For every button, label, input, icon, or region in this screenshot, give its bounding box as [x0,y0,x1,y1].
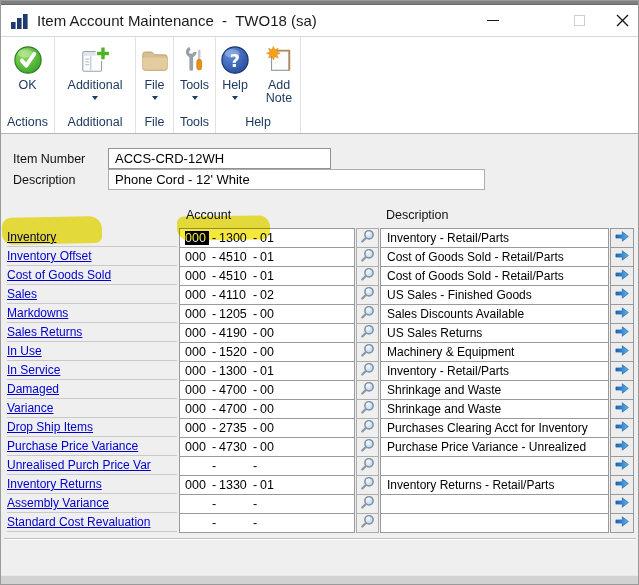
account-lookup-button[interactable] [356,494,379,514]
toolbar-group-label-actions: Actions [7,113,48,133]
ok-button-label: OK [18,79,36,92]
window-bottom-strip [1,575,638,585]
account-separator: - [250,440,260,454]
goto-account-button[interactable] [610,418,634,438]
account-lookup-button[interactable] [356,513,379,533]
account-lookup-button[interactable] [356,437,379,457]
row-link-cost-of-goods-sold[interactable]: Cost of Goods Sold [7,268,111,282]
account-lookup-button[interactable] [356,361,379,381]
account-lookup-button[interactable] [356,228,379,248]
row-link-purchase-price-variance[interactable]: Purchase Price Variance [7,439,138,453]
account-field[interactable]: 000-1520-00 [179,342,355,362]
account-description-cell [380,494,609,514]
row-link-in-service[interactable]: In Service [7,363,60,377]
goto-arrow-icon [614,267,630,286]
goto-account-button[interactable] [610,285,634,305]
account-field[interactable]: 000-4700-00 [179,380,355,400]
ok-button[interactable]: OK [9,44,47,92]
goto-account-button[interactable] [610,437,634,457]
bottom-divider [4,538,636,540]
account-separator: - [209,288,219,302]
row-link-assembly-variance[interactable]: Assembly Variance [7,496,109,510]
goto-account-button[interactable] [610,247,634,267]
maximize-button[interactable] [565,5,593,36]
add-note-button[interactable]: Add Note [258,44,300,105]
account-lookup-button[interactable] [356,418,379,438]
table-row: Damaged000-4700-00Shrinkage and Waste [1,380,639,399]
account-field[interactable]: -- [179,494,355,514]
help-button[interactable]: ?Help [216,44,254,103]
account-segment-1: 000 [185,421,209,435]
account-separator: - [209,440,219,454]
account-description-cell: Sales Discounts Available [380,304,609,324]
row-link-in-use[interactable]: In Use [7,344,42,358]
goto-account-button[interactable] [610,475,634,495]
goto-account-button[interactable] [610,380,634,400]
account-lookup-button[interactable] [356,304,379,324]
account-field[interactable]: -- [179,456,355,476]
account-lookup-button[interactable] [356,380,379,400]
row-link-sales[interactable]: Sales [7,287,37,301]
row-link-inventory-returns[interactable]: Inventory Returns [7,477,102,491]
goto-account-button[interactable] [610,513,634,533]
row-link-inventory[interactable]: Inventory [7,230,56,244]
tools-icon [179,44,211,76]
account-field[interactable]: 000-4510-01 [179,247,355,267]
row-link-unrealised-purch-price-var[interactable]: Unrealised Purch Price Var [7,458,151,472]
goto-account-button[interactable] [610,342,634,362]
additional-button[interactable]: Additional [65,44,126,103]
account-separator: - [209,478,219,492]
account-lookup-button[interactable] [356,342,379,362]
toolbar-group-actions: OKActions [1,37,55,133]
account-lookup-button[interactable] [356,247,379,267]
minimize-button[interactable] [479,5,507,36]
account-field[interactable]: 000-4510-01 [179,266,355,286]
account-field[interactable]: 000-4700-00 [179,399,355,419]
account-field[interactable]: -- [179,513,355,533]
goto-account-button[interactable] [610,304,634,324]
goto-account-button[interactable] [610,266,634,286]
goto-account-button[interactable] [610,228,634,248]
account-lookup-button[interactable] [356,285,379,305]
goto-account-button[interactable] [610,456,634,476]
row-link-inventory-offset[interactable]: Inventory Offset [7,249,92,263]
account-separator: - [250,421,260,435]
row-link-markdowns[interactable]: Markdowns [7,306,68,320]
account-separator: - [209,231,219,245]
account-field[interactable]: 000-1300-01 [179,361,355,381]
goto-account-button[interactable] [610,494,634,514]
close-button[interactable] [607,5,637,36]
row-link-drop-ship-items[interactable]: Drop Ship Items [7,420,93,434]
account-separator: - [250,231,260,245]
tools-button[interactable]: Tools [176,44,214,103]
account-segment-2: 2735 [219,421,250,435]
goto-account-button[interactable] [610,323,634,343]
row-link-damaged[interactable]: Damaged [7,382,59,396]
account-lookup-button[interactable] [356,475,379,495]
item-number-field[interactable]: ACCS-CRD-12WH [108,148,331,169]
account-separator: - [250,288,260,302]
account-field[interactable]: 000-1300-01 [179,228,355,248]
goto-arrow-icon [614,400,630,419]
account-field[interactable]: 000-2735-00 [179,418,355,438]
account-lookup-button[interactable] [356,323,379,343]
account-field[interactable]: 000-4110-02 [179,285,355,305]
account-field[interactable]: 000-1205-00 [179,304,355,324]
account-lookup-button[interactable] [356,399,379,419]
account-segment-2: 4510 [219,250,250,264]
account-field[interactable]: 000-1330-01 [179,475,355,495]
description-field[interactable]: Phone Cord - 12' White [108,169,485,190]
account-lookup-button[interactable] [356,456,379,476]
account-segment-3: 00 [260,440,274,454]
row-link-standard-cost-revaluation[interactable]: Standard Cost Revaluation [7,515,150,529]
account-segment-3: 01 [260,269,274,283]
account-field[interactable]: 000-4190-00 [179,323,355,343]
file-button[interactable]: File [136,44,174,103]
row-link-sales-returns[interactable]: Sales Returns [7,325,82,339]
row-link-variance[interactable]: Variance [7,401,53,415]
table-row: Inventory Returns000-1330-01Inventory Re… [1,475,639,494]
account-field[interactable]: 000-4730-00 [179,437,355,457]
account-lookup-button[interactable] [356,266,379,286]
goto-account-button[interactable] [610,399,634,419]
goto-account-button[interactable] [610,361,634,381]
